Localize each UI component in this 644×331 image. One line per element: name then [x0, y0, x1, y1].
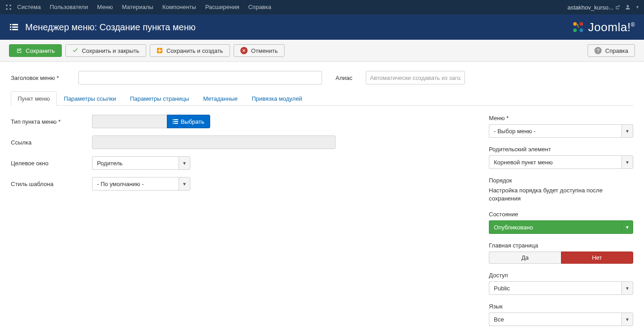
- title-label: Заголовок меню *: [11, 75, 65, 81]
- menu-label: Меню *: [489, 115, 633, 121]
- chevron-down-icon[interactable]: ▼: [179, 177, 190, 191]
- svg-point-1: [580, 22, 583, 26]
- cancel-icon: ✕: [240, 47, 248, 54]
- parent-select[interactable]: Корневой пункт меню: [489, 155, 621, 169]
- top-navigation: Система Пользователи Меню Материалы Комп…: [0, 0, 644, 14]
- list-icon: [9, 23, 19, 32]
- save-close-button[interactable]: Сохранить и закрыть: [65, 44, 146, 57]
- help-icon: ?: [594, 47, 602, 54]
- tab-link-params[interactable]: Параметры ссылки: [57, 91, 123, 106]
- check-icon: [72, 47, 78, 54]
- nav-content[interactable]: Материалы: [117, 0, 158, 14]
- page-header: Менеджер меню: Создание пункта меню Joom…: [0, 14, 644, 40]
- menu-type-label: Тип пункта меню *: [11, 118, 92, 125]
- target-label: Целевое окно: [11, 160, 92, 167]
- link-label: Ссылка: [11, 139, 92, 146]
- chevron-down-icon[interactable]: ▼: [621, 124, 633, 138]
- chevron-down-icon[interactable]: ▼: [635, 5, 639, 9]
- state-select[interactable]: Опубликовано: [489, 220, 621, 234]
- parent-label: Родительский элемент: [489, 146, 633, 153]
- template-select[interactable]: - По умолчанию -: [92, 177, 179, 191]
- nav-users[interactable]: Пользователи: [45, 0, 92, 14]
- alias-input[interactable]: [366, 71, 465, 84]
- home-yes-button[interactable]: Да: [489, 252, 561, 264]
- chevron-down-icon[interactable]: ▼: [621, 281, 633, 295]
- title-input[interactable]: [78, 71, 322, 84]
- svg-point-0: [573, 22, 577, 26]
- tabs: Пункт меню Параметры ссылки Параметры ст…: [11, 91, 633, 106]
- alias-label: Алиас: [336, 75, 352, 81]
- nav-system[interactable]: Система: [13, 0, 45, 14]
- chevron-down-icon[interactable]: ▼: [179, 156, 190, 170]
- list-small-icon: [173, 119, 178, 124]
- menu-type-input: [92, 115, 167, 128]
- joomla-icon[interactable]: [5, 3, 13, 11]
- svg-point-2: [573, 28, 577, 32]
- tab-menu-item[interactable]: Пункт меню: [11, 91, 57, 106]
- chevron-down-icon[interactable]: ▼: [621, 155, 633, 169]
- lang-label: Язык: [489, 303, 633, 310]
- page-title: Менеджер меню: Создание пункта меню: [25, 22, 196, 33]
- chevron-down-icon[interactable]: ▼: [621, 220, 633, 234]
- help-button[interactable]: ? Справка: [588, 44, 635, 57]
- link-input: [92, 135, 336, 149]
- order-label: Порядок: [489, 177, 633, 184]
- save-button[interactable]: Сохранить: [9, 44, 62, 57]
- user-site-link[interactable]: astakhov_kurso...: [567, 4, 620, 11]
- nav-extensions[interactable]: Расширения: [201, 0, 244, 14]
- plus-icon: [156, 47, 163, 54]
- chevron-down-icon[interactable]: ▼: [621, 312, 633, 326]
- nav-menus[interactable]: Меню: [92, 0, 117, 14]
- home-no-button[interactable]: Нет: [561, 252, 634, 264]
- joomla-logo: Joomla!®: [571, 20, 635, 34]
- svg-point-3: [580, 28, 583, 32]
- home-label: Главная страница: [489, 242, 633, 249]
- external-link-icon: [615, 5, 620, 10]
- order-text: Настройка порядка будет доступна после с…: [489, 186, 633, 203]
- tab-module-assignment[interactable]: Привязка модулей: [245, 91, 309, 106]
- apply-icon: [16, 47, 22, 54]
- save-new-button[interactable]: Сохранить и создать: [150, 44, 230, 57]
- cancel-button[interactable]: ✕ Отменить: [234, 44, 285, 57]
- nav-help[interactable]: Справка: [244, 0, 276, 14]
- user-menu-icon[interactable]: [625, 4, 631, 10]
- menu-select[interactable]: - Выбор меню -: [489, 124, 621, 138]
- target-select[interactable]: Родитель: [92, 156, 179, 170]
- access-label: Доступ: [489, 272, 633, 279]
- toolbar: Сохранить Сохранить и закрыть Сохранить …: [0, 40, 644, 62]
- select-type-button[interactable]: Выбрать: [167, 115, 210, 128]
- lang-select[interactable]: Все: [489, 312, 621, 326]
- template-label: Стиль шаблона: [11, 181, 92, 187]
- state-label: Состояние: [489, 211, 633, 218]
- nav-components[interactable]: Компоненты: [158, 0, 201, 14]
- tab-metadata[interactable]: Метаданные: [196, 91, 244, 106]
- access-select[interactable]: Public: [489, 281, 621, 295]
- tab-page-params[interactable]: Параметры страницы: [123, 91, 196, 106]
